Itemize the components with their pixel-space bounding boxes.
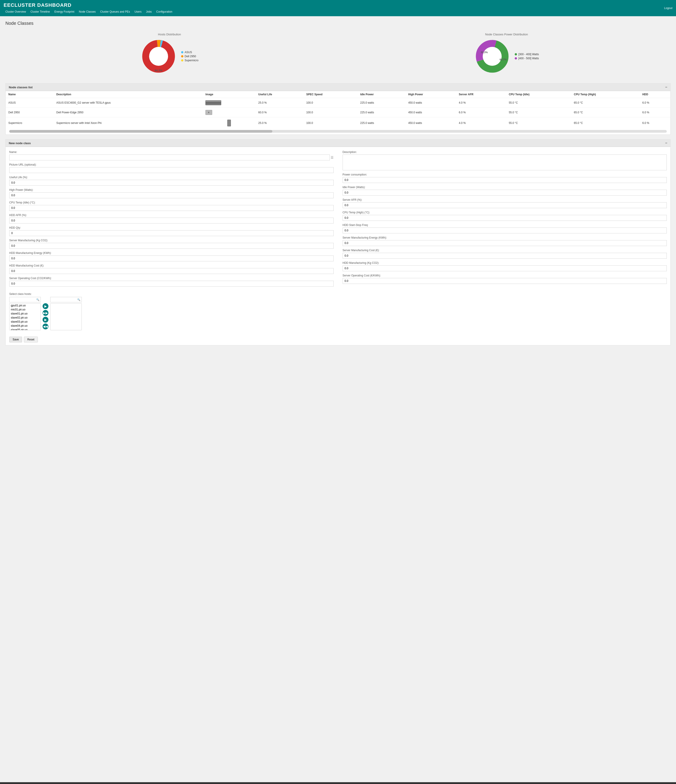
nav-item-configuration[interactable]: Configuration	[154, 9, 174, 14]
new-node-class-minimize-button[interactable]: −	[665, 141, 667, 145]
form-input-left-7[interactable]	[9, 243, 334, 249]
form-input-left-6[interactable]	[9, 230, 334, 236]
node-classes-minimize-button[interactable]: −	[665, 86, 667, 89]
legend-label: ASUS	[185, 51, 192, 54]
nav-item-cluster-timeline[interactable]: Cluster Timeline	[29, 9, 51, 14]
form-label: Server Manufacturing Energy (KWh):	[343, 236, 667, 239]
logout-button[interactable]: Logout	[664, 6, 672, 10]
legend-label: Supermicro	[185, 59, 199, 62]
form-input-left-9[interactable]	[9, 268, 334, 274]
nav-item-cluster-queues[interactable]: Cluster Queues and PEs	[98, 9, 132, 14]
form-group-right-7: Server Manufacturing Cost (€):	[343, 249, 667, 259]
hosts-distribution-chart: Hosts Distribution 94.3%	[5, 33, 334, 74]
table-cell: 450.0 watts	[406, 98, 456, 108]
available-hosts-search: 🔍	[9, 297, 41, 302]
available-host-option[interactable]: slave04.pir.uo	[9, 324, 40, 328]
nav-item-node-classes[interactable]: Node Classes	[77, 9, 98, 14]
form-input-left-5[interactable]	[9, 218, 334, 224]
form-label: Server Operating Cost (CO2/KWh):	[9, 277, 334, 280]
table-cell: Supermicro	[6, 117, 54, 129]
nav-item-cluster-overview[interactable]: Cluster Overview	[4, 9, 28, 14]
hosts-legend-item: Supermicro	[181, 59, 199, 62]
available-hosts-search-input[interactable]	[9, 297, 41, 302]
legend-dot	[181, 59, 183, 62]
form-input-left-1[interactable]	[9, 167, 334, 173]
nav-item-jobs[interactable]: Jobs	[144, 9, 154, 14]
table-cell: 100.0	[303, 108, 357, 117]
move-right-fast-button[interactable]: ▶▶	[43, 310, 48, 316]
description-textarea[interactable]	[343, 154, 667, 170]
form-input-right-6[interactable]	[343, 240, 667, 246]
form-input-right-7[interactable]	[343, 253, 667, 259]
form-label: Idle Power (Watts):	[343, 186, 667, 189]
table-col-header: CPU Temp (Idle)	[506, 91, 571, 98]
table-body: ASUSASUS ESC4000_G2 server with TESLA gp…	[6, 98, 670, 129]
table-cell: 450.0 watts	[406, 108, 456, 117]
form-input-left-3[interactable]	[9, 192, 334, 198]
table-scroll-wrapper[interactable]: NameDescriptionImageUseful LifeSPEC Spee…	[6, 91, 670, 129]
available-host-option[interactable]: slave05.pir.uo	[9, 328, 40, 330]
svg-point-3	[149, 47, 168, 66]
table-cell: Dell 2950	[6, 108, 54, 117]
form-group-left-0: Name:☰	[9, 151, 334, 160]
table-cell: 225.0 watts	[357, 98, 406, 108]
move-right-button[interactable]: ▶	[43, 303, 48, 309]
move-left-all-button[interactable]: ◀◀	[43, 324, 48, 329]
move-right-selected-button[interactable]: ▶	[43, 317, 48, 323]
form-input-left-2[interactable]	[9, 180, 334, 186]
dual-listbox: 🔍 gpu01.pir.uomic01.pir.uoslave01.pir.uo…	[9, 297, 667, 330]
save-button[interactable]: Save	[9, 337, 22, 342]
form-group-left-1: Picture URL (optional):	[9, 163, 334, 173]
selected-hosts-container: 🔍	[50, 297, 82, 330]
node-classes-panel: Node classes list − NameDescriptionImage…	[5, 83, 671, 135]
nav-item-energy-footprint[interactable]: Energy Footprint	[53, 9, 76, 14]
form-label: HDD Start-Stop Freq:	[343, 224, 667, 227]
form-input-right-9[interactable]	[343, 278, 667, 284]
node-classes-panel-header: Node classes list −	[6, 84, 670, 91]
available-host-option[interactable]: slave03.pir.uo	[9, 320, 40, 324]
form-label: CPU Temp (High) (°C):	[343, 211, 667, 214]
power-label1: 33.3%	[481, 51, 488, 54]
table-cell: Supermicro server with Intel Xeon Phi	[54, 117, 203, 129]
form-input-right-5[interactable]	[343, 227, 667, 233]
table-col-header: High Power	[406, 91, 456, 98]
hosts-legend: ASUSDell 2950Supermicro	[181, 51, 199, 62]
table-cell: 100.0	[303, 117, 357, 129]
table-cell: 60.0 %	[255, 108, 303, 117]
available-host-option[interactable]: mic01.pir.uo	[9, 308, 40, 311]
name-input[interactable]	[9, 154, 330, 160]
form-input-right-8[interactable]	[343, 265, 667, 271]
available-hosts-listbox[interactable]: gpu01.pir.uomic01.pir.uoslave01.pir.uosl…	[9, 303, 41, 330]
form-label: Server AFR (%):	[343, 198, 667, 201]
form-input-right-1[interactable]	[343, 177, 667, 183]
table-scroll-indicator[interactable]	[9, 130, 667, 133]
form-label: Server Manufacturing Cost (€):	[343, 249, 667, 252]
node-classes-panel-body: NameDescriptionImageUseful LifeSPEC Spee…	[6, 91, 670, 133]
table-cell: 25.0 %	[255, 98, 303, 108]
form-group-right-2: Idle Power (Watts):	[343, 186, 667, 196]
form-input-right-3[interactable]	[343, 202, 667, 208]
form-group-left-10: Server Operating Cost (CO2/KWh):	[9, 277, 334, 286]
selected-hosts-search-input[interactable]	[50, 297, 82, 302]
form-input-left-10[interactable]	[9, 281, 334, 286]
selected-hosts-listbox[interactable]	[50, 303, 82, 330]
legend-dot	[515, 57, 517, 59]
table-cell: 6.0 %	[640, 117, 670, 129]
server-image-tower	[227, 120, 231, 126]
available-host-option[interactable]: slave01.pir.uo	[9, 311, 40, 316]
table-col-header: Image	[203, 91, 256, 98]
new-node-class-panel-title: New node class	[9, 142, 31, 145]
nav-item-users[interactable]: Users	[133, 9, 143, 14]
hosts-legend-item: Dell 2950	[181, 55, 199, 58]
reset-button[interactable]: Reset	[24, 337, 37, 342]
available-host-option[interactable]: slave02.pir.uo	[9, 316, 40, 320]
form-input-right-2[interactable]	[343, 190, 667, 196]
form-input-left-8[interactable]	[9, 255, 334, 261]
form-input-left-4[interactable]	[9, 205, 334, 211]
power-chart-title: Node Classes Power Distribution	[485, 33, 528, 36]
table-cell	[203, 98, 256, 108]
select-hosts-section: Select class hosts: 🔍 gpu01.pir.uomic01.…	[9, 292, 667, 330]
available-host-option[interactable]: gpu01.pir.uo	[9, 303, 40, 308]
form-input-right-4[interactable]	[343, 215, 667, 221]
form-group-right-3: Server AFR (%):	[343, 198, 667, 208]
